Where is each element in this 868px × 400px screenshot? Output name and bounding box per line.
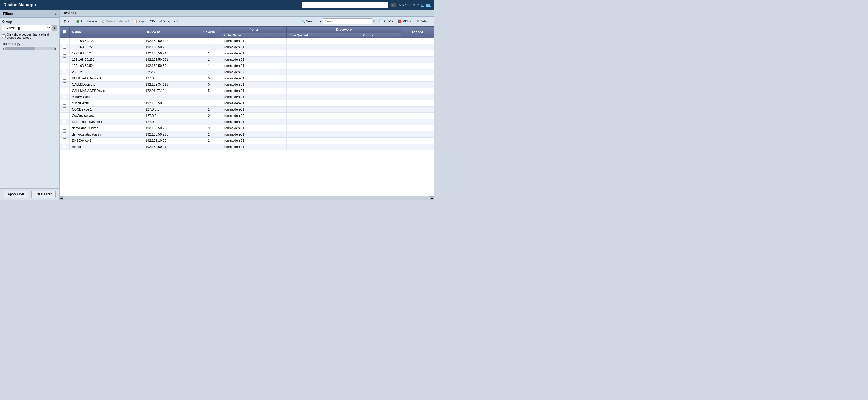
row-objects: 1 [196, 94, 221, 100]
sidebar-collapse-button[interactable]: « [55, 11, 57, 16]
row-actions [401, 106, 434, 113]
row-poller-name: ironmaiden-02 [221, 113, 287, 119]
row-time-queued [287, 44, 360, 51]
priority-column-header[interactable]: Priority [360, 33, 401, 38]
add-device-button[interactable]: ⊕ Add Device [74, 19, 99, 24]
search-button[interactable]: 🔍 Search... ▾ [300, 19, 322, 24]
row-priority [360, 113, 401, 119]
row-checkbox-cell[interactable] [60, 113, 70, 119]
row-checkbox-cell[interactable] [60, 138, 70, 144]
poller-group-header[interactable]: Poller [221, 27, 287, 33]
delete-selected-button[interactable]: 🗑 Delete Selected [100, 19, 130, 24]
row-name: 2.2.2.2 [70, 69, 143, 75]
row-ip: 192.168.50.21 [143, 144, 196, 150]
bottom-scrollbar[interactable]: ◀ ▶ [60, 196, 434, 200]
settings-dropdown-arrow: ▾ [68, 20, 69, 23]
tech-scrollbar-thumb [5, 47, 35, 50]
titlebar-search-clear[interactable]: ✕ [391, 3, 396, 7]
row-checkbox[interactable] [63, 101, 66, 105]
row-checkbox[interactable] [63, 132, 66, 136]
name-column-header[interactable]: Name [70, 27, 143, 38]
row-checkbox[interactable] [63, 89, 66, 92]
row-checkbox-cell[interactable] [60, 57, 70, 63]
row-poller-name: ironmaiden-01 [221, 81, 287, 88]
row-checkbox[interactable] [63, 70, 66, 73]
row-objects: 0 [196, 75, 221, 81]
table-row: BULKDATADevice 1 127.0.0.1 0 ironmaiden-… [60, 75, 434, 81]
all-groups-checkbox[interactable] [2, 34, 6, 38]
csv-button[interactable]: 📄 CSV ▾ [377, 19, 395, 24]
row-checkbox[interactable] [63, 39, 66, 42]
row-checkbox[interactable] [63, 107, 66, 111]
row-time-queued [287, 113, 360, 119]
row-checkbox-cell[interactable] [60, 75, 70, 81]
group-select[interactable]: Everything [2, 25, 51, 31]
row-checkbox-cell[interactable] [60, 125, 70, 131]
row-checkbox[interactable] [63, 113, 66, 117]
row-checkbox-cell[interactable] [60, 100, 70, 106]
row-poller-name: ironmaiden-01 [221, 38, 287, 44]
row-checkbox-cell[interactable] [60, 106, 70, 113]
detach-label: Detach [420, 20, 430, 23]
wrap-text-button[interactable]: ↵ Wrap Text [158, 19, 180, 24]
row-checkbox-cell[interactable] [60, 63, 70, 69]
row-objects: 1 [196, 44, 221, 51]
search-dropdown-arrow: ▾ [320, 20, 321, 23]
row-checkbox[interactable] [63, 58, 66, 61]
group-select-arrow[interactable]: ▼ [52, 25, 57, 31]
titlebar-search-input[interactable] [302, 2, 389, 8]
table-container[interactable]: Name Device IP Objects Poller Discovery … [60, 26, 434, 196]
row-poller-name: ironmaiden-01 [221, 44, 287, 51]
row-time-queued [287, 38, 360, 44]
search-input[interactable] [323, 19, 372, 24]
row-checkbox-cell[interactable] [60, 144, 70, 150]
row-objects: 1 [196, 38, 221, 44]
tech-scroll-left-arrow[interactable]: ◀ [2, 47, 4, 50]
logout-link[interactable]: Logout [421, 3, 431, 7]
search-clear-button[interactable]: ✕ [372, 20, 375, 23]
row-checkbox[interactable] [63, 45, 66, 48]
row-ip: 192.168.50.50 [143, 63, 196, 69]
row-checkbox[interactable] [63, 51, 66, 55]
toolbar: ⚙ ▾ ⊕ Add Device 🗑 Delete Selected 📋 Imp… [60, 16, 434, 26]
row-checkbox-cell[interactable] [60, 81, 70, 88]
discovery-group-header[interactable]: Discovery [287, 27, 401, 33]
scroll-right-arrow[interactable]: ▶ [430, 197, 434, 200]
sidebar-buttons: Apply Filter Clear Filter [0, 188, 59, 200]
horizontal-scrollbar[interactable] [63, 197, 430, 200]
row-checkbox-cell[interactable] [60, 131, 70, 138]
row-name: demo-dnc01-idrac [70, 125, 143, 131]
row-checkbox[interactable] [63, 145, 66, 148]
row-ip: 192.168.10.50 [143, 138, 196, 144]
row-name: 192.168.50.251 [70, 57, 143, 63]
row-checkbox-cell[interactable] [60, 94, 70, 100]
select-all-checkbox[interactable] [63, 30, 66, 34]
row-checkbox-cell[interactable] [60, 44, 70, 51]
row-checkbox[interactable] [63, 82, 66, 86]
clear-filter-button[interactable]: Clear Filter [31, 191, 56, 198]
pdf-button[interactable]: 📕 PDF ▾ [396, 19, 413, 24]
row-checkbox[interactable] [63, 95, 66, 98]
row-checkbox-cell[interactable] [60, 119, 70, 125]
detach-button[interactable]: ↗ Detach [414, 19, 432, 24]
row-checkbox-cell[interactable] [60, 38, 70, 44]
tech-scroll-right-arrow[interactable]: ▶ [55, 47, 57, 50]
row-checkbox[interactable] [63, 126, 66, 130]
settings-button[interactable]: ⚙ ▾ [62, 19, 71, 24]
row-checkbox-cell[interactable] [60, 88, 70, 94]
apply-filter-button[interactable]: Apply Filter [4, 191, 28, 198]
actions-column-header[interactable]: Actions [401, 27, 434, 38]
device-ip-column-header[interactable]: Device IP [143, 27, 196, 38]
row-checkbox-cell[interactable] [60, 51, 70, 57]
row-checkbox[interactable] [63, 120, 66, 123]
time-queued-column-header[interactable]: Time Queued [287, 33, 360, 38]
row-checkbox[interactable] [63, 64, 66, 67]
row-checkbox[interactable] [63, 76, 66, 80]
import-csv-button[interactable]: 📋 Import CSV [131, 19, 157, 24]
row-checkbox-cell[interactable] [60, 69, 70, 75]
objects-column-header[interactable]: Objects [196, 27, 221, 38]
poller-name-column-header[interactable]: Poller Name [221, 33, 287, 38]
row-checkbox[interactable] [63, 138, 66, 142]
row-actions [401, 75, 434, 81]
scroll-left-arrow[interactable]: ◀ [60, 197, 63, 200]
